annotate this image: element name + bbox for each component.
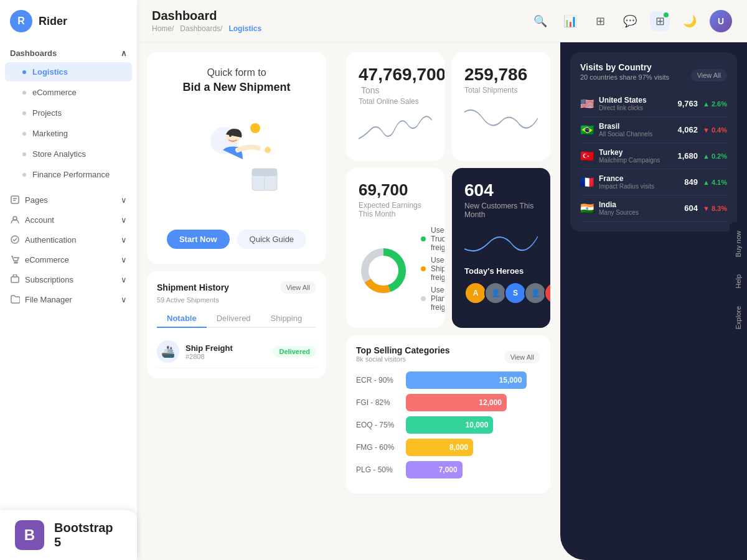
category-label: FMG - 60% xyxy=(356,443,400,452)
sidebar-item-logistics[interactable]: Logistics xyxy=(5,62,132,82)
country-flag: 🇹🇷 xyxy=(580,149,594,163)
sidebar-dashboards-header[interactable]: Dashboards ∧ xyxy=(0,45,137,62)
donut-wrap: Used Truck freight 45% Used Ship freight… xyxy=(359,226,432,315)
grid-icon[interactable]: ⊞ xyxy=(590,11,610,31)
country-source: Impact Radius visits xyxy=(599,183,679,190)
sidebar-ecommerce[interactable]: eCommerce ∨ xyxy=(0,250,137,269)
shipment-history-header: Shipment History View All xyxy=(157,281,316,294)
bar-wrap: 8,000 xyxy=(406,439,540,456)
header: Dashboard Home/ Dashboards/ Logistics 🔍 … xyxy=(137,0,747,42)
active-dot xyxy=(22,70,26,74)
visits-header: Visits by Country 20 countries share 97%… xyxy=(580,62,727,88)
category-row: FMG - 60% 8,000 xyxy=(356,439,540,456)
avatar-a[interactable]: A xyxy=(464,282,487,304)
bar: 10,000 xyxy=(406,416,493,434)
country-name: France xyxy=(599,174,679,183)
legend-truck: Used Truck freight 45% xyxy=(421,226,444,252)
tab-delivered[interactable]: Delivered xyxy=(207,310,261,328)
categories-title-wrap: Top Selling Categories 8k social visitor… xyxy=(356,345,450,369)
dot xyxy=(22,173,26,177)
breadcrumb: Home/ Dashboards/ Logistics xyxy=(152,24,261,33)
country-visits: 9,763 xyxy=(677,99,698,108)
svg-point-16 xyxy=(235,133,238,136)
shipment-item: 🚢 Ship Freight #2808 Delivered xyxy=(157,335,316,368)
apps-icon-wrap: ⊞ xyxy=(650,11,670,31)
quick-guide-button[interactable]: Quick Guide xyxy=(237,230,307,249)
shipments-chart xyxy=(464,100,538,137)
legend-ship: Used Ship freight 21% xyxy=(421,256,444,282)
bar-wrap: 15,000 xyxy=(406,371,540,389)
dot xyxy=(22,111,26,115)
buy-now-button[interactable]: Buy now xyxy=(730,222,747,266)
sidebar-pages[interactable]: Pages ∨ xyxy=(0,190,137,210)
category-label: FGI - 82% xyxy=(356,398,400,407)
country-flag: 🇺🇸 xyxy=(580,97,594,111)
country-name: India xyxy=(599,200,679,209)
avatar-2[interactable]: 👤 xyxy=(484,282,507,304)
shipment-history-title: Shipment History xyxy=(157,282,229,292)
country-change: ▼ 8.3% xyxy=(703,205,727,212)
country-info: Brasil All Social Channels xyxy=(599,122,672,138)
sidebar-subscriptions[interactable]: Subscriptions ∨ xyxy=(0,269,137,289)
sidebar-item-projects[interactable]: Projects xyxy=(5,103,132,123)
shipment-subtitle: 59 Active Shipments xyxy=(157,296,316,304)
chat-icon[interactable]: 💬 xyxy=(620,11,640,31)
dark-mode-toggle[interactable]: 🌙 xyxy=(680,11,700,31)
avatar-p[interactable]: P xyxy=(544,282,550,304)
category-row: PLG - 50% 7,000 xyxy=(356,461,540,478)
avatar-4[interactable]: 👤 xyxy=(524,282,547,304)
total-sales-label: Total Online Sales xyxy=(359,97,432,106)
avatar-s[interactable]: S xyxy=(504,282,527,304)
sidebar-item-store-analytics[interactable]: Store Analytics xyxy=(5,144,132,164)
ecommerce-icon xyxy=(10,254,20,264)
avatars-row: A 👤 S 👤 P 👤 +42 xyxy=(464,282,538,304)
help-button[interactable]: Help xyxy=(730,266,747,297)
category-row: ECR - 90% 15,000 xyxy=(356,371,540,389)
country-row: 🇧🇷 Brasil All Social Channels 4,062 ▼ 0.… xyxy=(580,117,727,143)
category-row: FGI - 82% 12,000 xyxy=(356,394,540,411)
sidebar-item-marketing[interactable]: Marketing xyxy=(5,124,132,143)
country-info: India Many Sources xyxy=(599,200,679,216)
visits-title-wrap: Visits by Country 20 countries share 97%… xyxy=(580,62,669,88)
bar-wrap: 10,000 xyxy=(406,416,540,434)
svg-point-6 xyxy=(16,262,17,263)
earnings-label: Expected Earnings This Month xyxy=(359,201,432,218)
truck-dot xyxy=(421,236,426,241)
sidebar-item-finance-performance[interactable]: Finance Performance xyxy=(5,165,132,184)
ship-icon: 🚢 xyxy=(157,340,179,363)
visits-view-all[interactable]: View All xyxy=(691,69,727,82)
categories-view-all[interactable]: View All xyxy=(504,351,540,363)
country-info: Turkey Mailchimp Campaigns xyxy=(599,148,672,164)
heroes-section: Today's Heroes A 👤 S 👤 P 👤 +42 xyxy=(464,261,538,309)
plane-dot xyxy=(421,296,426,301)
chart-icon[interactable]: 📊 xyxy=(560,11,580,31)
middle-panel: 47,769,700 Tons Total Online Sales 259,7… xyxy=(336,42,560,560)
sidebar-logo[interactable]: R Rider xyxy=(0,10,137,45)
total-shipments-value: 259,786 xyxy=(464,65,538,85)
tab-notable[interactable]: Notable xyxy=(157,310,207,328)
shipment-name: Ship Freight xyxy=(186,343,266,353)
sidebar-item-ecommerce[interactable]: eCommerce xyxy=(5,83,132,102)
sidebar-authentication[interactable]: Authentication ∨ xyxy=(0,230,137,250)
explore-button[interactable]: Explore xyxy=(730,297,747,338)
earnings-card: 69,700 Expected Earnings This Month xyxy=(346,168,444,328)
start-now-button[interactable]: Start Now xyxy=(167,230,230,249)
country-row: 🇫🇷 France Impact Radius visits 849 ▲ 4.1… xyxy=(580,169,727,195)
content-area: Quick form to Bid a New Shipment xyxy=(137,42,747,560)
country-source: All Social Channels xyxy=(599,131,672,138)
sidebar-file-manager[interactable]: File Manager ∨ xyxy=(0,289,137,309)
legend-plane: Used Plane freight 34% xyxy=(421,286,444,312)
country-name: Brasil xyxy=(599,122,672,131)
search-icon[interactable]: 🔍 xyxy=(530,11,550,31)
bar-value: 8,000 xyxy=(449,443,468,452)
bottom-metrics-row: 69,700 Expected Earnings This Month xyxy=(346,168,550,328)
logo-icon: R xyxy=(10,10,32,32)
tab-shipping[interactable]: Shipping xyxy=(261,310,312,328)
sidebar-account[interactable]: Account ∨ xyxy=(0,210,137,230)
shipment-view-all[interactable]: View All xyxy=(280,281,316,294)
country-source: Direct link clicks xyxy=(599,105,672,111)
user-avatar[interactable]: U xyxy=(710,10,732,32)
header-left: Dashboard Home/ Dashboards/ Logistics xyxy=(152,9,261,33)
categories-subtitle: 8k social visitors xyxy=(356,355,450,363)
bid-card-header: Quick form to Bid a New Shipment xyxy=(182,67,290,94)
